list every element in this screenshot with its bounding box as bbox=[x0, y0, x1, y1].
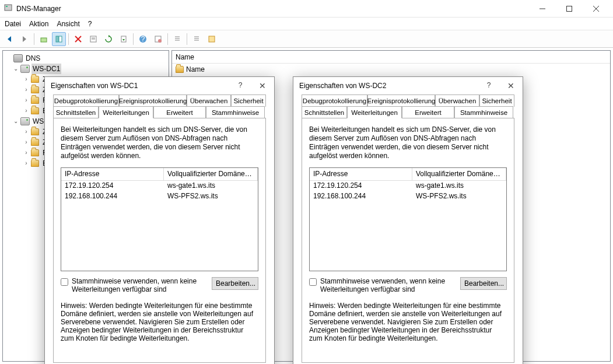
export-button[interactable] bbox=[117, 32, 131, 46]
column-header[interactable]: Name bbox=[172, 51, 610, 64]
tab-security[interactable]: Sicherheit bbox=[479, 94, 514, 107]
refresh-button[interactable] bbox=[101, 32, 115, 46]
tab-event[interactable]: Ereignisprotokollierung bbox=[119, 94, 187, 107]
maximize-button[interactable] bbox=[556, 0, 583, 18]
folder-icon bbox=[31, 139, 39, 146]
menubar: Datei Aktion Ansicht ? bbox=[0, 18, 613, 30]
tab-interfaces[interactable]: Schnittstellen bbox=[53, 106, 99, 118]
svg-marker-6 bbox=[8, 36, 11, 42]
table-row[interactable]: 172.19.120.254 ws-gate1.ws.its bbox=[310, 181, 506, 191]
tab-event[interactable]: Ereignisprotokollierung bbox=[367, 94, 435, 107]
menu-file[interactable]: Datei bbox=[5, 20, 21, 28]
svg-point-22 bbox=[158, 39, 162, 43]
list-item[interactable]: Name bbox=[172, 64, 610, 75]
expand-toggle[interactable]: ⌄ bbox=[12, 65, 19, 72]
tree-root[interactable]: DNS bbox=[24, 53, 41, 64]
table-row[interactable]: 192.168.100.244 WS-PFS2.ws.its bbox=[310, 191, 506, 202]
tab-security[interactable]: Sicherheit bbox=[231, 94, 266, 107]
tab-panel: Bei Weiterleitungen handelt es sich um D… bbox=[53, 118, 266, 363]
expand-toggle[interactable]: › bbox=[23, 128, 30, 135]
table-row[interactable]: 192.168.100.244 WS-PFS2.ws.its bbox=[61, 191, 258, 202]
expand-toggle[interactable]: › bbox=[23, 139, 30, 146]
tab-interfaces[interactable]: Schnittstellen bbox=[302, 106, 347, 118]
show-tree-button[interactable] bbox=[52, 32, 66, 46]
dialog-titlebar[interactable]: Eigenschaften von WS-DC1 ? ✕ bbox=[45, 77, 274, 94]
use-root-hints-checkbox[interactable] bbox=[61, 278, 68, 286]
tree-server-1[interactable]: WS-DC1 bbox=[31, 64, 61, 74]
tab-forwarders[interactable]: Weiterleitungen bbox=[347, 106, 402, 118]
expand-toggle[interactable]: › bbox=[23, 107, 30, 114]
help-button[interactable]: ? bbox=[136, 32, 150, 46]
svg-rect-9 bbox=[56, 36, 58, 42]
tab-debug[interactable]: Debugprotokollierung bbox=[302, 94, 367, 107]
tab-monitor[interactable]: Überwachen bbox=[187, 94, 231, 107]
tab-bar: Debugprotokollierung Ereignisprotokollie… bbox=[302, 94, 514, 118]
properties-button[interactable] bbox=[86, 32, 100, 46]
conditional-forwarders-hint: Hinweis: Werden bedingte Weiterleitungen… bbox=[61, 302, 258, 342]
close-button[interactable] bbox=[583, 0, 610, 18]
properties-dialog-dc2: Eigenschaften von WS-DC2 ? ✕ Debugprotok… bbox=[293, 76, 523, 364]
folder-icon bbox=[176, 66, 184, 73]
use-root-hints-checkbox[interactable] bbox=[309, 278, 317, 286]
dialog-title: Eigenschaften von WS-DC2 bbox=[299, 82, 386, 90]
minimize-button[interactable] bbox=[529, 0, 556, 18]
column-ip[interactable]: IP-Adresse bbox=[310, 168, 412, 180]
dialog-close-button[interactable]: ✕ bbox=[505, 81, 517, 90]
list-button-2[interactable] bbox=[190, 32, 204, 46]
tab-advanced[interactable]: Erweitert bbox=[153, 106, 206, 118]
folder-icon bbox=[31, 160, 39, 167]
folder-icon bbox=[31, 76, 39, 83]
expand-toggle[interactable]: › bbox=[23, 86, 30, 93]
filter-button[interactable] bbox=[205, 32, 219, 46]
forwarders-list[interactable]: IP-Adresse Vollqualifizierter Domänennam… bbox=[61, 167, 258, 271]
back-button[interactable] bbox=[2, 32, 16, 46]
dialog-close-button[interactable]: ✕ bbox=[257, 81, 268, 90]
up-button[interactable] bbox=[37, 32, 51, 46]
dialog-help-button[interactable]: ? bbox=[234, 81, 246, 90]
dialog-help-button[interactable]: ? bbox=[483, 81, 495, 90]
server-icon bbox=[20, 117, 30, 125]
expand-toggle[interactable]: › bbox=[23, 160, 30, 167]
edit-button[interactable]: Bearbeiten... bbox=[212, 277, 258, 290]
column-fqdn[interactable]: Vollqualifizierter Domänenname f... bbox=[164, 168, 258, 180]
tab-bar: Debugprotokollierung Ereignisprotokollie… bbox=[53, 94, 266, 118]
dialog-titlebar[interactable]: Eigenschaften von WS-DC2 ? ✕ bbox=[293, 77, 523, 94]
menu-action[interactable]: Aktion bbox=[29, 20, 48, 28]
menu-view[interactable]: Ansicht bbox=[57, 20, 79, 28]
tab-roothints[interactable]: Stammhinweise bbox=[454, 106, 513, 118]
dialog-title: Eigenschaften von WS-DC1 bbox=[51, 82, 138, 90]
tab-monitor[interactable]: Überwachen bbox=[435, 94, 479, 107]
tab-panel: Bei Weiterleitungen handelt es sich um D… bbox=[302, 118, 514, 363]
expand-toggle[interactable]: › bbox=[23, 76, 30, 83]
action-button[interactable] bbox=[151, 32, 165, 46]
tab-forwarders[interactable]: Weiterleitungen bbox=[99, 106, 153, 118]
column-fqdn[interactable]: Vollqualifizierter Domänenname f... bbox=[412, 168, 506, 180]
svg-text:?: ? bbox=[141, 35, 145, 43]
expand-toggle[interactable]: › bbox=[23, 149, 30, 156]
forwarders-description: Bei Weiterleitungen handelt es sich um D… bbox=[309, 125, 507, 160]
table-row[interactable]: 172.19.120.254 ws-gate1.ws.its bbox=[61, 181, 258, 191]
toolbar: ? bbox=[0, 30, 613, 48]
expand-toggle[interactable]: ⌄ bbox=[12, 118, 19, 125]
tab-advanced[interactable]: Erweitert bbox=[402, 106, 454, 118]
edit-button[interactable]: Bearbeiten... bbox=[460, 277, 507, 290]
folder-icon bbox=[31, 107, 39, 114]
list-button-1[interactable] bbox=[170, 32, 184, 46]
forwarders-description: Bei Weiterleitungen handelt es sich um D… bbox=[61, 125, 258, 160]
folder-icon bbox=[31, 86, 39, 93]
svg-rect-29 bbox=[209, 36, 215, 42]
column-ip[interactable]: IP-Adresse bbox=[61, 168, 164, 180]
tab-roothints[interactable]: Stammhinweise bbox=[206, 106, 265, 118]
folder-icon bbox=[31, 149, 39, 156]
folder-icon bbox=[31, 97, 39, 104]
titlebar: DNS-Manager bbox=[0, 0, 613, 18]
forwarders-list[interactable]: IP-Adresse Vollqualifizierter Domänennam… bbox=[309, 167, 507, 271]
dns-app-icon bbox=[3, 3, 13, 14]
svg-rect-8 bbox=[41, 38, 47, 42]
server-icon bbox=[20, 65, 30, 73]
tab-debug[interactable]: Debugprotokollierung bbox=[53, 94, 119, 107]
expand-toggle[interactable]: › bbox=[23, 97, 30, 104]
menu-help[interactable]: ? bbox=[88, 20, 92, 28]
delete-button[interactable] bbox=[71, 32, 85, 46]
forward-button[interactable] bbox=[17, 32, 31, 46]
